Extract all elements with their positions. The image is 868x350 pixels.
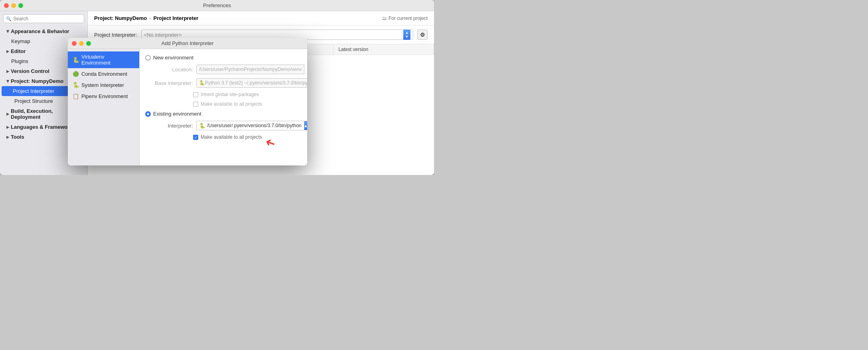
new-environment-row: New environment	[145, 55, 302, 61]
search-icon: 🔍	[6, 16, 12, 22]
make-available-checked-row: ✓ Make available to all projects	[145, 134, 302, 140]
interpreter-select-value: <No interpreter>	[144, 32, 182, 38]
interpreter-field-combo[interactable]: 🐍 /Users/user/.pyenv/versions/3.7.0/bin/…	[196, 121, 304, 130]
expand-icon: ▶	[6, 30, 10, 33]
dialog-sidebar-system-label: System Interpreter	[81, 82, 124, 88]
location-label: Location:	[153, 67, 193, 73]
dialog-sidebar-pipenv-label: Pipenv Environment	[81, 93, 128, 99]
dialog-title-bar-buttons	[72, 41, 91, 46]
new-environment-radio[interactable]	[145, 55, 151, 61]
sidebar-item-appearance[interactable]: ▶ Appearance & Behavior	[0, 26, 87, 36]
existing-environment-radio[interactable]	[145, 111, 151, 117]
breadcrumb: Project: NumpyDemo › Project Interpreter	[94, 15, 198, 21]
close-button[interactable]	[4, 3, 9, 8]
location-row: Location: /Users/user/PycharmProjects/Nu…	[145, 65, 302, 74]
dialog-close-button[interactable]	[72, 41, 77, 46]
interpreter-field-value: /Users/user/.pyenv/versions/3.7.0/bin/py…	[207, 123, 302, 128]
conda-icon: 🟢	[73, 71, 79, 77]
sidebar-item-label: Appearance & Behavior	[11, 28, 69, 34]
location-input[interactable]: /Users/user/PycharmProjects/NumpyDemo/ve…	[196, 65, 304, 74]
existing-environment-label: Existing environment	[153, 111, 201, 117]
chevron-up-icon: ▲	[405, 31, 409, 35]
col-latest-version: Latest version	[333, 44, 434, 55]
interpreter-dropdown-arrow-btn[interactable]: ▲ ▼	[304, 121, 307, 130]
dialog-maximize-button[interactable]	[86, 41, 91, 46]
interpreter-field-row: Interpreter: 🐍 /Users/user/.pyenv/versio…	[145, 121, 302, 130]
add-python-interpreter-dialog: Add Python Interpreter 🐍 Virtualenv Envi…	[68, 38, 307, 165]
make-available-label: Make available to all projects	[201, 101, 262, 107]
dialog-minimize-button[interactable]	[79, 41, 84, 46]
interpreter-field-label: Interpreter:	[153, 123, 193, 129]
breadcrumb-project: Project: NumpyDemo	[94, 15, 147, 21]
inherit-packages-checkbox[interactable]	[193, 92, 198, 97]
expand-icon: ▶	[6, 125, 9, 129]
content-header: Project: NumpyDemo › Project Interpreter…	[88, 11, 434, 26]
base-interpreter-input[interactable]: 🐍 Python 3.7 (test2) ~/.pyenv/versions/3…	[196, 78, 307, 88]
expand-icon: ▶	[6, 112, 9, 116]
title-bar-buttons	[4, 3, 23, 8]
maximize-button[interactable]	[18, 3, 23, 8]
expand-icon: ▶	[6, 49, 9, 53]
sidebar-item-label: Editor	[11, 48, 26, 54]
minimize-button[interactable]	[11, 3, 16, 8]
dialog-sidebar-system[interactable]: 🐍 System Interpreter	[68, 79, 139, 90]
expand-icon: ▶	[6, 80, 10, 83]
dialog-body: 🐍 Virtualenv Environment 🟢 Conda Environ…	[68, 49, 307, 165]
existing-environment-row: Existing environment	[145, 111, 302, 117]
pipenv-icon: 📋	[73, 93, 79, 99]
window-title: Preferences	[203, 2, 231, 8]
make-available-row: Make available to all projects	[145, 101, 302, 107]
chevron-up-icon: ▲	[304, 124, 307, 128]
base-interpreter-row: Base interpreter: 🐍 Python 3.7 (test2) ~…	[145, 78, 302, 88]
interpreter-label: Project Interpreter:	[94, 32, 137, 38]
dialog-sidebar-pipenv[interactable]: 📋 Pipenv Environment	[68, 90, 139, 102]
search-box[interactable]: 🔍	[3, 14, 84, 23]
breadcrumb-section: Project Interpreter	[154, 15, 199, 21]
sidebar-item-label: Keymap	[11, 38, 30, 44]
dialog-sidebar: 🐍 Virtualenv Environment 🟢 Conda Environ…	[68, 49, 140, 165]
gear-button[interactable]: ⚙	[417, 29, 428, 40]
sidebar-item-label: Plugins	[11, 58, 28, 64]
base-interpreter-value: Python 3.7 (test2) ~/.pyenv/versions/3.7…	[205, 80, 307, 86]
sidebar-item-label: Project Interpreter	[13, 88, 54, 94]
sidebar-item-label: Languages & Frameworks	[11, 124, 75, 130]
sidebar-item-label: Tools	[11, 134, 24, 140]
interpreter-dropdown-btn[interactable]: ▲ ▼	[403, 29, 410, 40]
search-input[interactable]	[13, 16, 81, 22]
make-available-checked-label: Make available to all projects	[201, 134, 262, 140]
inherit-packages-row: Inherit global site-packages	[145, 92, 302, 97]
dialog-sidebar-virtualenv-label: Virtualenv Environment	[81, 54, 134, 66]
breadcrumb-separator: ›	[149, 15, 151, 21]
project-icon: 🗂	[382, 16, 387, 21]
dialog-main: New environment Location: /Users/user/Py…	[140, 49, 307, 165]
for-current-project-label: For current project	[389, 16, 428, 21]
expand-icon: ▶	[6, 69, 9, 73]
make-available-checked-checkbox[interactable]: ✓	[193, 135, 198, 140]
base-interpreter-label: Base interpreter:	[153, 80, 193, 86]
dialog-title-bar: Add Python Interpreter	[68, 38, 307, 49]
dialog-title: Add Python Interpreter	[162, 40, 214, 46]
new-environment-label: New environment	[153, 55, 193, 61]
sidebar-item-label: Project Structure	[14, 98, 53, 104]
dialog-sidebar-virtualenv[interactable]: 🐍 Virtualenv Environment	[68, 51, 139, 68]
make-available-checkbox[interactable]	[193, 102, 198, 107]
for-current-project: 🗂 For current project	[382, 16, 428, 21]
inherit-packages-label: Inherit global site-packages	[201, 92, 259, 97]
title-bar: Preferences	[0, 0, 434, 11]
dialog-sidebar-conda[interactable]: 🟢 Conda Environment	[68, 68, 139, 79]
sidebar-item-label: Version Control	[11, 68, 49, 74]
sidebar-item-label: Project: NumpyDemo	[11, 78, 63, 84]
chevron-down-icon: ▼	[405, 35, 409, 39]
expand-icon: ▶	[6, 135, 9, 139]
dialog-sidebar-conda-label: Conda Environment	[81, 71, 127, 77]
virtualenv-icon: 🐍	[73, 57, 79, 63]
system-interpreter-icon: 🐍	[73, 82, 79, 88]
location-value: /Users/user/PycharmProjects/NumpyDemo/ve…	[199, 67, 302, 72]
